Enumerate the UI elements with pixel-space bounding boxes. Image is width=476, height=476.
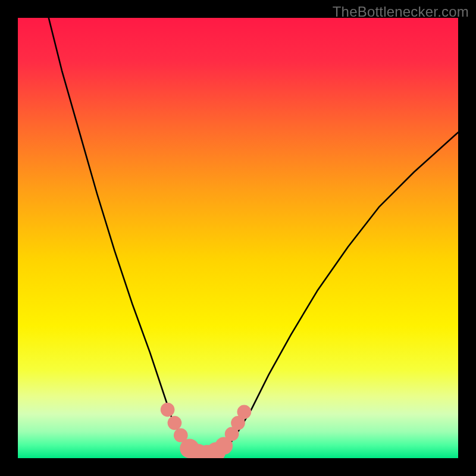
data-point-marker [168,416,182,430]
plot-area [18,18,458,458]
series-right-branch [220,132,458,453]
outer-frame: TheBottlenecker.com [0,0,476,476]
data-point-markers [161,403,251,458]
curve-lines [49,18,458,457]
chart-svg [18,18,458,458]
series-left-branch [49,18,194,454]
data-point-marker [161,403,175,417]
watermark-text: TheBottlenecker.com [333,4,469,20]
data-point-marker [237,405,252,419]
